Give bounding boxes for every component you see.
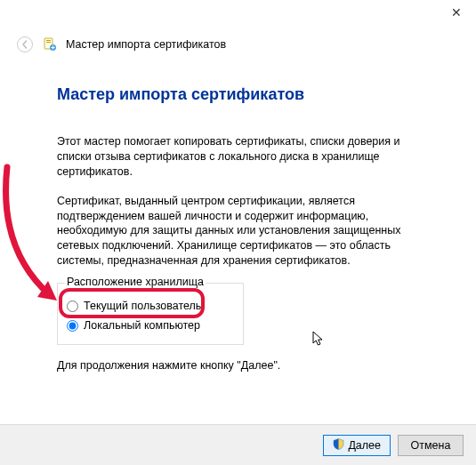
radio-current-user-label: Текущий пользователь	[84, 300, 201, 312]
cancel-button[interactable]: Отмена	[398, 435, 464, 456]
wizard-content: Мастер импорта сертификатов Этот мастер …	[0, 60, 476, 372]
radio-local-machine-label: Локальный компьютер	[84, 319, 200, 332]
radio-local-machine-input[interactable]	[67, 320, 78, 332]
intro-paragraph-2: Сертификат, выданный центром сертификаци…	[57, 194, 419, 269]
titlebar: ✕	[0, 0, 476, 28]
radio-local-machine[interactable]: Локальный компьютер	[67, 316, 234, 335]
svg-point-0	[18, 37, 33, 52]
store-location-group: Расположение хранилища Текущий пользоват…	[57, 283, 244, 345]
svg-rect-2	[46, 40, 51, 41]
next-button[interactable]: Далее	[323, 435, 391, 456]
store-location-legend: Расположение хранилища	[65, 276, 206, 288]
radio-current-user[interactable]: Текущий пользователь	[67, 296, 234, 316]
page-title: Мастер импорта сертификатов	[57, 85, 419, 104]
back-arrow-icon	[16, 36, 34, 53]
cancel-button-label: Отмена	[411, 439, 451, 452]
certificate-wizard-icon	[43, 37, 57, 52]
svg-rect-3	[46, 42, 51, 43]
wizard-header-title: Мастер импорта сертификатов	[66, 38, 226, 51]
continue-instruction: Для продолжения нажмите кнопку "Далее".	[57, 359, 419, 372]
wizard-header: Мастер импорта сертификатов	[0, 28, 476, 60]
close-icon[interactable]: ✕	[444, 4, 469, 21]
wizard-footer: Далее Отмена	[0, 424, 476, 465]
radio-current-user-input[interactable]	[67, 301, 78, 312]
intro-paragraph-1: Этот мастер помогает копировать сертифик…	[57, 134, 419, 180]
shield-icon	[333, 438, 344, 452]
next-button-label: Далее	[348, 439, 381, 452]
